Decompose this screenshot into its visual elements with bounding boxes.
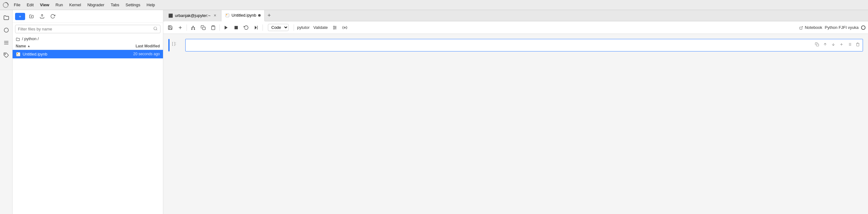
puzzle-icon[interactable]	[1, 50, 11, 60]
new-button[interactable]: + +	[15, 13, 25, 20]
kernel-name-label: Python FJFI vyuka	[825, 25, 859, 30]
nb-right: Notebook Python FJFI vyuka	[799, 25, 866, 30]
cell-label: [ ]:	[172, 39, 183, 46]
list-icon[interactable]	[1, 38, 11, 48]
search-input[interactable]	[18, 27, 153, 31]
separator-3	[262, 25, 263, 31]
svg-line-21	[192, 26, 193, 29]
terminal-tab-title: urbanjak@jupyter:~	[175, 13, 210, 18]
move-up-button[interactable]	[821, 40, 829, 48]
run-all-button[interactable]	[252, 23, 261, 32]
svg-point-34	[334, 26, 335, 27]
validate-label[interactable]: Validate	[312, 25, 329, 30]
svg-point-9	[154, 27, 157, 30]
kernel-settings-button[interactable]	[340, 23, 349, 32]
menu-nbgrader[interactable]: Nbgrader	[85, 2, 107, 8]
file-modified: 20 seconds ago	[110, 52, 160, 56]
kernel-status: Code	[265, 23, 292, 32]
app-logo	[2, 2, 9, 8]
svg-rect-16	[226, 14, 227, 15]
tab-notebook[interactable]: Untitled.ipynb	[221, 10, 265, 21]
kernel-status-circle	[861, 26, 866, 30]
icon-rail	[0, 10, 12, 214]
file-name: Untitled.ipynb	[23, 52, 110, 57]
cell-active-indicator	[168, 39, 169, 51]
notebook-content: [ ]:	[163, 34, 868, 214]
svg-line-22	[193, 26, 194, 29]
breadcrumb-path: / python /	[22, 36, 39, 41]
file-row[interactable]: Untitled.ipynb 20 seconds ago	[12, 50, 163, 58]
search-icon	[153, 26, 158, 32]
svg-point-35	[335, 27, 336, 28]
svg-rect-15	[226, 14, 229, 17]
paste-button[interactable]	[209, 23, 218, 32]
file-icon	[16, 51, 21, 57]
upload-button[interactable]	[38, 12, 46, 21]
plus-icon: +	[19, 14, 21, 19]
settings-button[interactable]	[330, 23, 339, 32]
add-cell-button[interactable]	[176, 23, 185, 32]
pytutor-label: pytutor	[296, 25, 311, 30]
tab-terminal[interactable]: ⬛ urbanjak@jupyter:~ ✕	[164, 10, 221, 21]
file-panel: + +	[12, 10, 163, 214]
delete-cell-button[interactable]	[854, 40, 861, 48]
svg-point-37	[344, 27, 345, 28]
refresh-button[interactable]	[49, 12, 57, 21]
svg-point-5	[5, 54, 5, 54]
column-modified-header[interactable]: Last Modified	[110, 44, 160, 48]
tab-bar: ⬛ urbanjak@jupyter:~ ✕ Untitled.ipynb +	[163, 10, 868, 21]
cell-body	[185, 39, 863, 51]
svg-point-1	[4, 28, 8, 32]
menu-edit[interactable]: Edit	[24, 2, 36, 8]
move-down-button[interactable]	[829, 40, 837, 48]
menu-bar: File Edit View Run Kernel Nbgrader Tabs …	[0, 0, 868, 10]
copy-button[interactable]	[199, 23, 208, 32]
menu-tabs[interactable]: Tabs	[108, 2, 122, 8]
svg-point-20	[194, 29, 195, 30]
column-name-header[interactable]: Name ▲	[16, 44, 110, 48]
new-tab-button[interactable]: +	[265, 11, 274, 20]
cell-type-select[interactable]: Code	[268, 24, 288, 31]
notebook-tab-title: Untitled.ipynb	[231, 13, 256, 17]
copy-cell-button[interactable]	[813, 40, 820, 48]
cell-container: [ ]:	[163, 39, 868, 51]
svg-line-10	[156, 30, 157, 30]
breadcrumb: / python /	[12, 35, 163, 43]
folder-breadcrumb-icon	[16, 36, 21, 41]
separator-1	[187, 25, 187, 31]
restart-button[interactable]	[242, 23, 251, 32]
svg-marker-29	[255, 26, 256, 30]
new-folder-button[interactable]	[27, 12, 36, 21]
folder-icon[interactable]	[1, 12, 11, 23]
svg-line-38	[801, 26, 803, 28]
file-table-header: Name ▲ Last Modified	[12, 43, 163, 50]
file-panel-toolbar: + +	[12, 10, 163, 23]
notebook-toolbar: Code pytutor Validate	[163, 21, 868, 34]
stop-button[interactable]	[232, 23, 241, 32]
unsaved-indicator	[258, 14, 261, 16]
cell-input[interactable]	[188, 42, 860, 48]
merge-button[interactable]	[846, 40, 853, 48]
notebook-label: Notebook	[799, 25, 822, 30]
svg-point-36	[334, 28, 335, 29]
notebook-area: ⬛ urbanjak@jupyter:~ ✕ Untitled.ipynb +	[163, 10, 868, 214]
cut-button[interactable]	[189, 23, 197, 32]
svg-marker-27	[224, 26, 227, 30]
run-button[interactable]	[222, 23, 230, 32]
menu-help[interactable]: Help	[144, 2, 158, 8]
notebook-tab-icon	[225, 13, 229, 17]
svg-point-19	[192, 29, 192, 30]
terminal-tab-close[interactable]: ✕	[212, 13, 217, 18]
svg-rect-28	[235, 26, 238, 29]
separator-2	[219, 25, 220, 31]
search-bar[interactable]	[15, 25, 160, 33]
menu-kernel[interactable]: Kernel	[67, 2, 84, 8]
menu-view[interactable]: View	[37, 2, 52, 8]
save-button[interactable]	[166, 23, 175, 32]
menu-run[interactable]: Run	[53, 2, 66, 8]
menu-file[interactable]: File	[11, 2, 23, 8]
menu-settings[interactable]: Settings	[123, 2, 143, 8]
add-below-button[interactable]	[838, 40, 845, 48]
circle-icon[interactable]	[1, 25, 11, 35]
svg-rect-25	[203, 27, 206, 30]
